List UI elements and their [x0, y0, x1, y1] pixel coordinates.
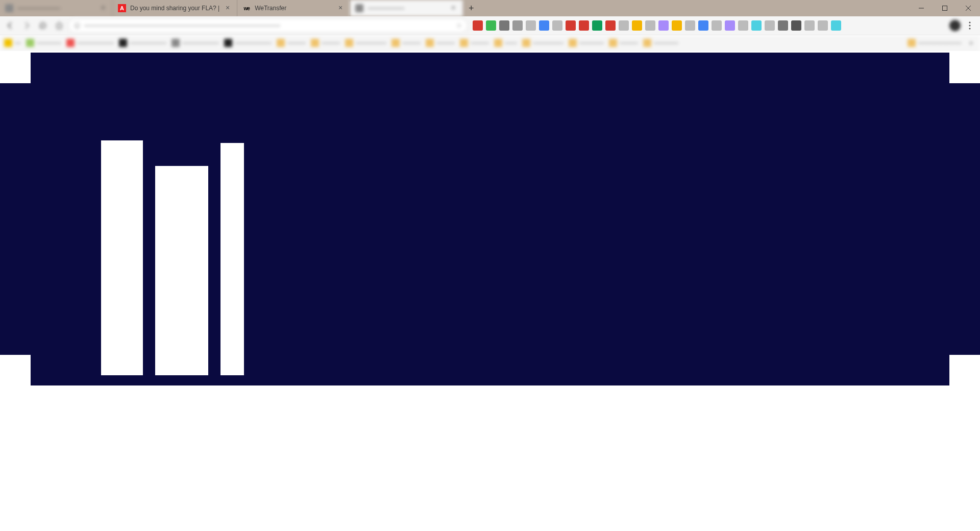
extension-icon-26[interactable]	[818, 20, 828, 31]
bookmark-item-0[interactable]: —	[4, 39, 21, 47]
extension-icon-25[interactable]	[804, 20, 815, 31]
bookmark-label: ——————	[182, 39, 219, 46]
bookmark-favicon	[66, 39, 75, 47]
extension-icon-16[interactable]	[685, 20, 695, 31]
extension-icon-21[interactable]	[751, 20, 762, 31]
extension-icon-1[interactable]	[486, 20, 496, 31]
extension-icon-0[interactable]	[473, 20, 483, 31]
bookmark-item-10[interactable]: ———	[426, 39, 455, 47]
profile-avatar[interactable]	[949, 20, 961, 31]
extension-icon-13[interactable]	[645, 20, 655, 31]
browser-menu-button[interactable]	[963, 18, 977, 33]
bookmarks-bar: ————————————————————————————————————————…	[0, 35, 980, 51]
bookmark-item-15[interactable]: ———	[609, 39, 638, 47]
folder-icon	[494, 39, 502, 47]
extension-icon-9[interactable]	[592, 20, 602, 31]
bookmark-label: ————	[579, 39, 604, 46]
bookmark-item-2[interactable]: ——————	[66, 39, 114, 47]
bookmark-label: ——————	[130, 39, 166, 46]
bookmark-label: ——————	[235, 39, 272, 46]
extension-icon-22[interactable]	[765, 20, 775, 31]
extension-icon-6[interactable]	[552, 20, 562, 31]
bookmark-item-9[interactable]: ———	[391, 39, 421, 47]
bookmark-label: ——————	[77, 39, 114, 46]
close-tab-icon[interactable]: ×	[449, 4, 457, 12]
address-bar[interactable]: ———————————————————————————————— ☆	[68, 18, 468, 33]
arrow-right-icon	[22, 21, 31, 30]
banner-bars-graphic	[101, 140, 244, 375]
tab-title: ——————	[368, 5, 445, 12]
bookmark-item-1[interactable]: ————	[26, 39, 61, 47]
extension-icon-17[interactable]	[698, 20, 708, 31]
close-tab-icon[interactable]: ×	[336, 4, 345, 12]
folder-icon	[643, 39, 651, 47]
bookmark-item-14[interactable]: ————	[569, 39, 604, 47]
extension-icon-12[interactable]	[632, 20, 642, 31]
extension-icon-24[interactable]	[791, 20, 801, 31]
close-tab-icon[interactable]: ×	[99, 4, 107, 12]
extension-icon-10[interactable]	[605, 20, 616, 31]
extension-icon-19[interactable]	[725, 20, 735, 31]
bookmark-label: ———————	[918, 39, 961, 46]
folder-icon	[345, 39, 353, 47]
folder-icon	[569, 39, 577, 47]
extension-icon-11[interactable]	[619, 20, 629, 31]
window-maximize-button[interactable]	[933, 0, 957, 16]
maximize-icon	[942, 6, 947, 11]
bookmark-overflow[interactable]: ———————	[908, 39, 961, 47]
extension-icon-18[interactable]	[712, 20, 722, 31]
tab-favicon-generic	[355, 4, 363, 12]
tab-3-active[interactable]: —————— ×	[350, 0, 463, 16]
wetransfer-favicon: we	[242, 4, 251, 12]
extension-icon-14[interactable]	[658, 20, 669, 31]
extension-icon-23[interactable]	[778, 20, 788, 31]
home-icon	[55, 21, 63, 30]
folder-icon	[391, 39, 400, 47]
bookmark-item-6[interactable]: ———	[277, 39, 306, 47]
bookmarks-overflow-chevron-icon[interactable]: »	[966, 39, 976, 46]
extension-icon-3[interactable]	[512, 20, 523, 31]
tab-title: Do you mind sharing your FLA? |	[130, 5, 219, 12]
extension-icon-20[interactable]	[738, 20, 748, 31]
close-tab-icon[interactable]: ×	[224, 4, 232, 12]
url-text: ————————————————————————————————	[84, 22, 452, 29]
bookmark-item-12[interactable]: ——	[494, 39, 517, 47]
tab-title: ———————	[17, 5, 95, 12]
bookmark-item-16[interactable]: ————	[643, 39, 678, 47]
bookmark-star-icon[interactable]: ☆	[456, 22, 462, 29]
corner-bottom-left	[0, 355, 31, 385]
bookmark-item-8[interactable]: —————	[345, 39, 386, 47]
extension-icon-27[interactable]	[831, 20, 841, 31]
new-tab-button[interactable]: +	[463, 0, 479, 16]
minimize-icon	[919, 6, 924, 11]
tab-title: WeTransfer	[255, 5, 332, 12]
extension-icon-5[interactable]	[539, 20, 549, 31]
extension-icon-4[interactable]	[526, 20, 536, 31]
tab-1[interactable]: A Do you mind sharing your FLA? | ×	[113, 0, 237, 16]
kebab-icon	[969, 21, 971, 30]
extension-icon-7[interactable]	[566, 20, 576, 31]
banner-bar-2	[155, 166, 208, 375]
bookmark-item-5[interactable]: ——————	[224, 39, 272, 47]
bookmark-item-13[interactable]: —————	[522, 39, 564, 47]
tab-2[interactable]: we WeTransfer ×	[237, 0, 350, 16]
nav-back-button[interactable]	[3, 18, 17, 33]
extension-icon-8[interactable]	[579, 20, 589, 31]
svg-point-9	[969, 28, 970, 29]
extension-icon-15[interactable]	[672, 20, 682, 31]
bookmark-item-4[interactable]: ——————	[172, 39, 219, 47]
nav-reload-button[interactable]	[36, 18, 50, 33]
window-minimize-button[interactable]	[910, 0, 933, 16]
svg-point-8	[969, 25, 970, 26]
bookmark-item-3[interactable]: ——————	[119, 39, 166, 47]
bookmark-item-7[interactable]: ———	[311, 39, 340, 47]
extension-icon-2[interactable]	[499, 20, 509, 31]
adobe-favicon: A	[118, 4, 126, 12]
bookmark-item-11[interactable]: ———	[460, 39, 489, 47]
nav-home-button[interactable]	[52, 18, 66, 33]
nav-forward-button[interactable]	[19, 18, 34, 33]
bookmark-label: ———	[402, 39, 421, 46]
window-close-button[interactable]	[957, 0, 980, 16]
extension-strip	[473, 20, 943, 31]
tab-0[interactable]: ——————— ×	[0, 0, 113, 16]
